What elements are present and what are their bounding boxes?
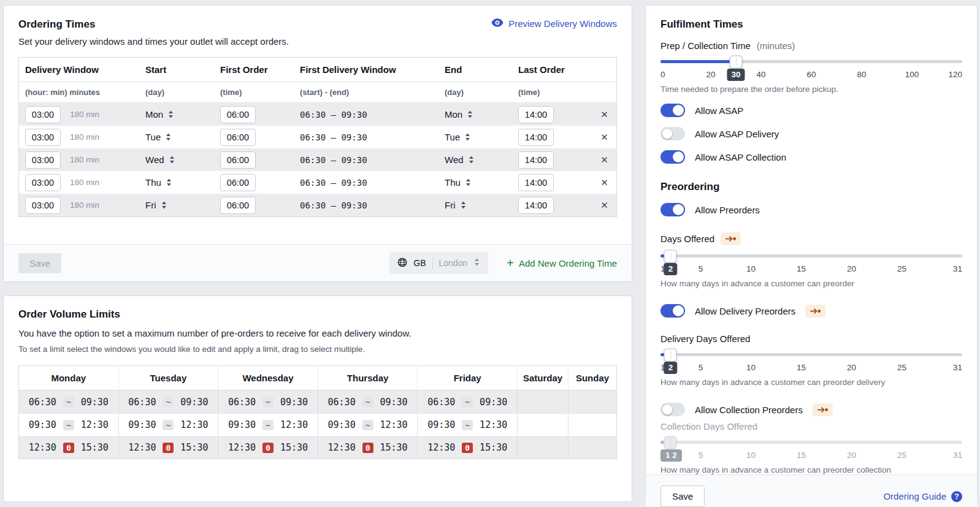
allow-asap-collection-label: Allow ASAP Collection: [695, 152, 786, 162]
start-day-select[interactable]: Thu: [145, 177, 172, 188]
last-order-time-input[interactable]: [518, 129, 554, 146]
allow-delivery-preorders-switch[interactable]: [660, 304, 685, 318]
delivery-window-row: 06:30~09:3006:30~09:3006:30~09:3006:30~0…: [19, 391, 616, 413]
first-order-time-input[interactable]: [220, 174, 256, 191]
slider-track[interactable]: [660, 353, 962, 356]
remove-row-button[interactable]: ✕: [600, 155, 608, 164]
last-order-time-input[interactable]: [518, 174, 554, 191]
timezone-selector[interactable]: GB London: [389, 252, 488, 274]
sort-arrows-icon: [473, 257, 480, 269]
delivery-window-cell[interactable]: 12:30015:30: [318, 436, 418, 459]
ordering-times-title: Ordering Times: [18, 18, 289, 31]
add-new-ordering-time-link[interactable]: + Add New Ordering Time: [507, 258, 617, 269]
delivery-window-cell[interactable]: 06:30~09:30: [218, 391, 318, 413]
prep-collection-time-label: Prep / Collection Time (minutes): [660, 40, 962, 51]
slider-track[interactable]: [660, 60, 962, 63]
first-order-time-input[interactable]: [220, 197, 256, 214]
collection-days-offered-slider: 1 251015202531: [660, 441, 962, 462]
delivery-days-offered-slider[interactable]: 1251015202531: [660, 353, 962, 375]
window-start-time: 12:30: [29, 442, 56, 453]
limit-badge: 0: [362, 443, 373, 453]
slider-thumb[interactable]: [664, 348, 677, 361]
end-day-select[interactable]: Tue: [445, 132, 471, 142]
delivery-window-cell[interactable]: 09:30~12:30: [218, 414, 318, 436]
end-day-select[interactable]: Thu: [445, 177, 472, 188]
last-order-time-input[interactable]: [518, 151, 554, 169]
remove-row-button[interactable]: ✕: [600, 132, 608, 142]
start-day-select[interactable]: Tue: [145, 132, 172, 142]
delivery-window-cell[interactable]: 09:30~12:30: [418, 414, 518, 436]
tilde-badge: ~: [262, 420, 274, 430]
remove-row-button[interactable]: ✕: [600, 178, 608, 187]
start-day-select[interactable]: Wed: [145, 154, 175, 165]
delivery-window-duration-input[interactable]: [25, 129, 61, 146]
delivery-window-cell[interactable]: 09:30~12:30: [19, 414, 119, 436]
ordering-guide-link[interactable]: Ordering Guide ?: [883, 491, 962, 502]
days-offered-slider[interactable]: 1251015202531: [660, 254, 962, 276]
empty-cell: [568, 436, 616, 459]
remove-row-button[interactable]: ✕: [600, 200, 608, 210]
delivery-window-cell[interactable]: 09:30~12:30: [318, 414, 418, 436]
window-end-time: 15:30: [81, 442, 109, 453]
slider-thumb[interactable]: [664, 250, 677, 262]
delivery-window-cell[interactable]: 12:30015:30: [218, 436, 318, 459]
allow-asap-delivery-label: Allow ASAP Delivery: [695, 129, 779, 139]
first-order-time-input[interactable]: [220, 106, 256, 123]
first-delivery-window-label: 06:30 – 09:30: [294, 110, 438, 120]
window-start-time: 09:30: [228, 419, 256, 430]
ordering-times-subtitle: Set your delivery windows and times your…: [18, 36, 289, 47]
allow-asap-collection-switch[interactable]: [660, 150, 685, 164]
empty-cell: [568, 391, 616, 413]
delivery-window-duration-input[interactable]: [25, 174, 61, 191]
start-day-select[interactable]: Mon: [145, 109, 174, 120]
delivery-window-duration-input[interactable]: [25, 197, 61, 214]
delivery-window-cell[interactable]: 06:30~09:30: [19, 391, 119, 413]
slider-thumb[interactable]: [730, 55, 743, 68]
day-column-header: Friday: [418, 366, 518, 390]
start-day-select[interactable]: Fri: [145, 200, 167, 210]
prep-time-slider[interactable]: 02030406080100120: [660, 60, 962, 82]
ordering-save-button[interactable]: Save: [18, 253, 61, 273]
day-column-header: Monday: [19, 366, 119, 390]
end-day-select[interactable]: Mon: [445, 109, 473, 120]
fulfilment-save-button[interactable]: Save: [660, 486, 705, 507]
tilde-badge: ~: [63, 397, 74, 407]
slider-tick-label: 20: [706, 69, 715, 81]
delivery-window-cell[interactable]: 06:30~09:30: [418, 391, 518, 413]
delivery-window-cell[interactable]: 06:30~09:30: [119, 391, 219, 413]
allow-preorders-switch[interactable]: [660, 203, 685, 216]
column-header: First Order: [214, 58, 294, 82]
first-order-time-input[interactable]: [220, 129, 256, 146]
remove-row-button[interactable]: ✕: [600, 110, 608, 119]
first-order-time-input[interactable]: [220, 151, 256, 169]
first-delivery-window-label: 06:30 – 09:30: [294, 155, 438, 165]
last-order-time-input[interactable]: [518, 106, 554, 123]
preview-delivery-windows-link[interactable]: Preview Delivery Windows: [491, 18, 617, 29]
window-start-time: 09:30: [29, 419, 56, 430]
column-subheader: (day): [438, 82, 512, 102]
last-order-time-input[interactable]: [518, 197, 554, 214]
end-day-select[interactable]: Wed: [445, 154, 475, 165]
slider-track[interactable]: [660, 254, 962, 257]
tilde-badge: ~: [362, 420, 373, 430]
prep-time-helper: Time needed to prepare the order before …: [660, 85, 962, 94]
window-start-time: 09:30: [128, 419, 156, 430]
window-start-time: 06:30: [228, 397, 256, 408]
delivery-window-duration-input[interactable]: [25, 106, 61, 123]
allow-asap-delivery-switch[interactable]: [660, 127, 685, 140]
allow-collection-preorders-switch[interactable]: [660, 403, 685, 416]
delivery-window-cell[interactable]: 12:30015:30: [19, 436, 119, 459]
delivery-window-duration-input[interactable]: [25, 151, 61, 169]
delivery-window-cell[interactable]: 12:30015:30: [418, 436, 518, 459]
allow-asap-switch[interactable]: [660, 104, 685, 117]
column-subheader: (day): [139, 82, 214, 102]
end-day-select[interactable]: Fri: [445, 200, 467, 210]
empty-cell: [568, 414, 616, 436]
allow-collection-preorders-label: Allow Collection Preorders: [695, 405, 803, 415]
delivery-window-cell[interactable]: 09:30~12:30: [119, 414, 219, 436]
prep-time-unit: (minutes): [757, 40, 795, 51]
delivery-window-cell[interactable]: 12:30015:30: [119, 436, 219, 459]
delivery-window-cell[interactable]: 06:30~09:30: [318, 391, 418, 413]
collection-days-offered-helper: How many days in advance a customer can …: [660, 465, 962, 475]
slider-tick-label: 25: [897, 263, 906, 275]
